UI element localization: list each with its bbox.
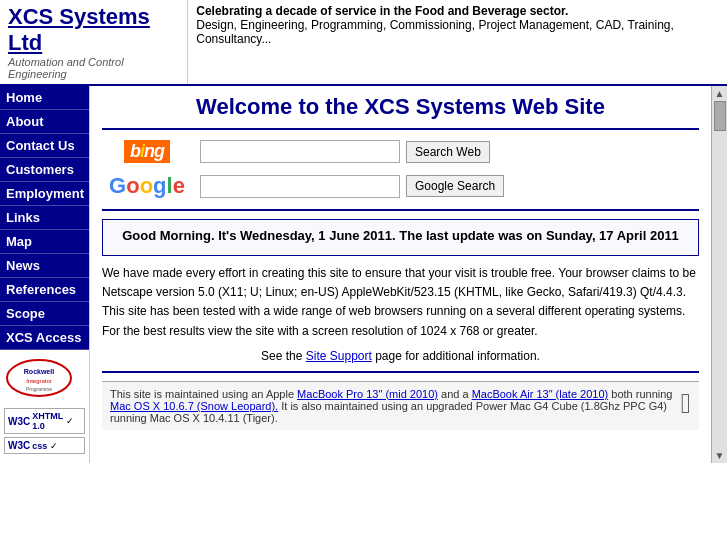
w3c-css-badge: W3C css ✓: [4, 437, 85, 454]
apple-logo-icon: : [681, 388, 691, 420]
svg-text:Integrator: Integrator: [26, 378, 52, 384]
page-header: XCS Systems Ltd Automation and Control E…: [0, 0, 727, 86]
sidebar-item-contact-us[interactable]: Contact Us: [0, 134, 89, 158]
top-divider: [102, 128, 699, 130]
main-content: Welcome to the XCS Systems Web Site bing…: [90, 86, 711, 463]
footer-text-before: This site is maintained using an Apple: [110, 388, 297, 400]
footer-text-area: This site is maintained using an Apple M…: [110, 388, 681, 424]
site-subtitle: Automation and Control Engineering: [8, 56, 179, 80]
scrollbar[interactable]: ▲ ▼: [711, 86, 727, 463]
celebrate-text: Celebrating a decade of service in the F…: [196, 4, 719, 18]
sidebar-item-map[interactable]: Map: [0, 230, 89, 254]
footer-macbook-air-link[interactable]: MacBook Air 13" (late 2010): [472, 388, 609, 400]
google-search-input[interactable]: [200, 175, 400, 198]
w3c-xhtml-badge: W3C XHTML1.0 ✓: [4, 408, 85, 434]
site-support-before: See the: [261, 349, 306, 363]
google-search-row: Google Google Search: [102, 173, 699, 199]
scrollbar-up-arrow[interactable]: ▲: [715, 88, 725, 99]
footer-text-end: both running: [611, 388, 672, 400]
scrollbar-down-arrow[interactable]: ▼: [715, 450, 725, 461]
bing-logo: bing: [102, 140, 192, 163]
footer-box: This site is maintained using an Apple M…: [102, 381, 699, 430]
bing-search-row: bing Search Web: [102, 140, 699, 163]
date-line: Good Morning. It's Wednesday, 1 June 201…: [111, 228, 690, 243]
sidebar-item-customers[interactable]: Customers: [0, 158, 89, 182]
footer-divider: [102, 371, 699, 373]
sidebar-item-about[interactable]: About: [0, 110, 89, 134]
logo-area: XCS Systems Ltd Automation and Control E…: [0, 0, 187, 84]
footer-text-middle: and a: [441, 388, 472, 400]
integrator-badge: Rockwell Integrator Programme: [4, 356, 85, 404]
google-logo-text: Google: [109, 173, 185, 198]
scrollbar-thumb[interactable]: [714, 101, 726, 131]
sidebar-item-xcs-access[interactable]: XCS Access: [0, 326, 89, 350]
sidebar-badges: Rockwell Integrator Programme W3C XHTML1…: [0, 350, 89, 463]
footer-inner: This site is maintained using an Apple M…: [110, 388, 691, 424]
info-paragraph: We have made every effort in creating th…: [102, 264, 699, 341]
mid-divider: [102, 209, 699, 211]
main-layout: Home About Contact Us Customers Employme…: [0, 86, 727, 463]
bing-logo-text: bing: [124, 140, 170, 163]
header-description: Celebrating a decade of service in the F…: [187, 0, 727, 84]
site-title: XCS Systems Ltd: [8, 4, 179, 56]
welcome-heading: Welcome to the XCS Systems Web Site: [102, 94, 699, 120]
google-search-button[interactable]: Google Search: [406, 175, 504, 197]
message-box: Good Morning. It's Wednesday, 1 June 201…: [102, 219, 699, 256]
google-logo: Google: [102, 173, 192, 199]
site-support-line: See the Site Support page for additional…: [102, 349, 699, 363]
svg-text:Rockwell: Rockwell: [24, 368, 54, 375]
site-support-after: page for additional information.: [375, 349, 540, 363]
site-support-link[interactable]: Site Support: [306, 349, 372, 363]
bing-search-button[interactable]: Search Web: [406, 141, 490, 163]
sidebar-item-employment[interactable]: Employment: [0, 182, 89, 206]
footer-macos-link[interactable]: Mac OS X 10.6.7 (Snow Leopard).: [110, 400, 278, 412]
sidebar-item-home[interactable]: Home: [0, 86, 89, 110]
sidebar-item-references[interactable]: References: [0, 278, 89, 302]
sidebar: Home About Contact Us Customers Employme…: [0, 86, 90, 463]
sidebar-item-scope[interactable]: Scope: [0, 302, 89, 326]
footer-macbook-pro-link[interactable]: MacBook Pro 13" (mid 2010): [297, 388, 438, 400]
bing-search-input[interactable]: [200, 140, 400, 163]
svg-text:Programme: Programme: [26, 386, 52, 392]
sidebar-item-links[interactable]: Links: [0, 206, 89, 230]
sidebar-item-news[interactable]: News: [0, 254, 89, 278]
services-text: Design, Engineering, Programming, Commis…: [196, 18, 719, 46]
